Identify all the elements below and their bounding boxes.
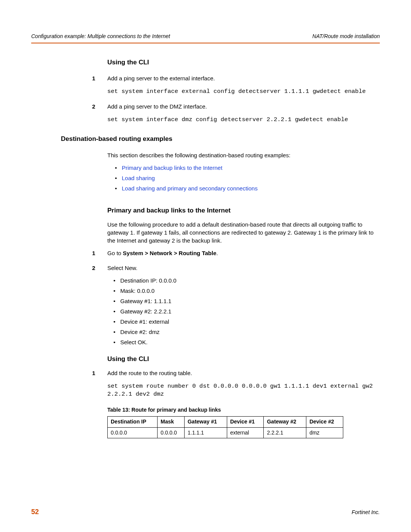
table-header: Destination IP [108,417,158,428]
section-primary-backup: Primary and backup links to the Internet… [107,206,380,244]
link-primary-backup[interactable]: Primary and backup links to the Internet [122,165,222,171]
step-1: 1 Add a ping server to the external inte… [92,74,380,96]
table-cell: external [227,427,264,438]
destination-intro-block: This section describes the following des… [107,151,380,192]
step-number: 2 [92,102,95,110]
page-footer: 52 Fortinet Inc. [31,507,380,517]
footer-company: Fortinet Inc. [352,509,380,516]
table-header: Device #1 [227,417,264,428]
section-using-cli-1: Using the CLI [107,58,380,67]
list-item: Gateway #2: 2.2.2.1 [110,307,380,315]
page: Configuration example: Multiple connecti… [0,0,411,532]
code-block-2: set system interface dmz config detectse… [107,116,380,124]
table-cell: 2.2.2.1 [264,427,306,438]
steps-cli-2: 1 Add the route to the routing table. se… [92,369,380,398]
table-cell: 0.0.0.0 [108,427,158,438]
heading-destination-based: Destination-based routing examples [61,134,380,144]
pb-step-1-text: Go to System > Network > Routing Table. [107,249,380,257]
link-load-sharing-secondary[interactable]: Load sharing and primary and secondary c… [122,185,258,192]
cli2-step-1: 1 Add the route to the routing table. se… [92,369,380,398]
table-header: Device #2 [306,417,343,428]
link-load-sharing[interactable]: Load sharing [122,175,155,181]
step-number: 1 [92,74,95,82]
step-number: 1 [92,249,95,257]
pb-step-2: 2 Select New. Destination IP: 0.0.0.0 Ma… [92,264,380,346]
steps-primary-backup: 1 Go to System > Network > Routing Table… [92,249,380,346]
step-1-text: Add a ping server to the external interf… [107,74,380,82]
step-2: 2 Add a ping server to the DMZ interface… [92,102,380,124]
list-item: Destination IP: 0.0.0.0 [110,276,380,284]
route-table: Destination IP Mask Gateway #1 Device #1… [107,416,343,438]
list-item: Device #2: dmz [110,328,380,336]
table-header: Mask [157,417,184,428]
header-left: Configuration example: Multiple connecti… [31,33,170,40]
cli2-step-1-text: Add the route to the routing table. [107,369,380,377]
list-item: Load sharing [111,174,380,182]
pb-step-1: 1 Go to System > Network > Routing Table… [92,249,380,257]
pb-step-2-text: Select New. [107,264,380,272]
pb-step1-bold: System > Network > Routing Table [123,250,217,256]
table-section: Table 13: Route for primary and backup l… [107,406,380,438]
page-number: 52 [31,507,39,517]
table-cell: 0.0.0.0 [157,427,184,438]
section-using-cli-2: Using the CLI [107,355,380,364]
step-number: 1 [92,369,95,377]
table-cell: 1.1.1.1 [184,427,227,438]
table-cell: dmz [306,427,343,438]
list-item: Load sharing and primary and secondary c… [111,184,380,192]
destination-intro: This section describes the following des… [107,151,380,159]
code-block-1: set system interface external config det… [107,88,380,96]
pb-step1-suffix: . [216,250,218,256]
section-destination-based: Destination-based routing examples [61,134,380,144]
list-item: Gateway #1: 1.1.1.1 [110,297,380,305]
list-item: Mask: 0.0.0.0 [110,287,380,295]
list-item: Primary and backup links to the Internet [111,164,380,172]
pb-step-2-details: Destination IP: 0.0.0.0 Mask: 0.0.0.0 Ga… [110,276,380,346]
destination-links: Primary and backup links to the Internet… [111,164,380,192]
heading-primary-backup: Primary and backup links to the Internet [107,206,380,215]
list-item: Select OK. [110,338,380,346]
heading-using-cli-2: Using the CLI [107,355,380,364]
primary-backup-para: Use the following procedure to add a def… [107,220,380,244]
code-block-3: set system route number 0 dst 0.0.0.0 0.… [107,382,380,398]
header-rule [31,43,380,43]
step-number: 2 [92,264,95,272]
heading-using-cli-1: Using the CLI [107,58,380,67]
table-caption: Table 13: Route for primary and backup l… [107,406,380,414]
page-header: Configuration example: Multiple connecti… [31,33,380,40]
table-row: 0.0.0.0 0.0.0.0 1.1.1.1 external 2.2.2.1… [108,427,343,438]
table-header: Gateway #2 [264,417,306,428]
table-header: Gateway #1 [184,417,227,428]
pb-step1-prefix: Go to [107,250,123,256]
steps-cli-1: 1 Add a ping server to the external inte… [92,74,380,124]
header-right: NAT/Route mode installation [312,33,380,40]
step-2-text: Add a ping server to the DMZ interface. [107,102,380,110]
table-header-row: Destination IP Mask Gateway #1 Device #1… [108,417,343,428]
list-item: Device #1: external [110,318,380,326]
